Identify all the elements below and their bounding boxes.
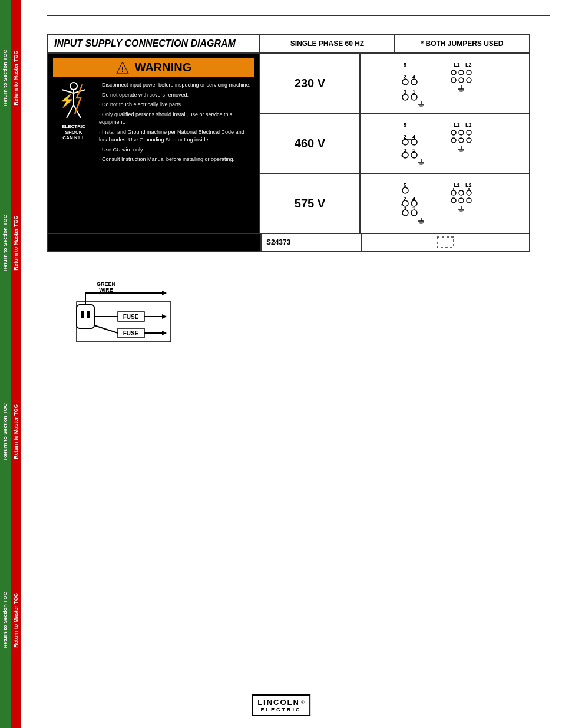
diagram-title: INPUT SUPPLY CONNECTION DIAGRAM bbox=[48, 35, 260, 52]
warning-item-2: · Do not operate with covers removed. bbox=[99, 91, 254, 100]
svg-point-17 bbox=[402, 94, 408, 100]
svg-text:3: 3 bbox=[404, 206, 406, 212]
svg-point-86 bbox=[467, 198, 471, 203]
sidebar-return-section-toc-4[interactable]: Return to Section TOC bbox=[0, 589, 11, 651]
svg-text:*: * bbox=[401, 154, 402, 159]
svg-marker-99 bbox=[162, 314, 167, 319]
svg-point-14 bbox=[411, 79, 417, 85]
warning-text: WARNING bbox=[135, 61, 192, 74]
warning-item-7: · Consult Instruction Manual before inst… bbox=[99, 156, 254, 164]
svg-point-52 bbox=[451, 130, 456, 135]
sidebar: Return to Section TOC Return to Master T… bbox=[0, 0, 35, 728]
svg-point-13 bbox=[402, 79, 408, 85]
sidebar-return-master-toc-4[interactable]: Return to Master TOC bbox=[11, 591, 21, 650]
voltage-575-label: 575 V bbox=[260, 174, 361, 233]
svg-point-30 bbox=[467, 78, 471, 83]
voltage-230-diagram: 5 2 4 3 1 bbox=[361, 54, 529, 113]
svg-text:FUSE: FUSE bbox=[123, 314, 139, 320]
svg-line-111 bbox=[94, 325, 118, 333]
voltage-575-diagram: 5 2 4 * 3 1 bbox=[361, 174, 529, 233]
voltage-230-label: 230 V bbox=[260, 54, 361, 113]
svg-point-81 bbox=[451, 190, 456, 195]
warning-item-4: · Only qualified persons should install,… bbox=[99, 111, 254, 127]
sidebar-return-master-toc-2[interactable]: Return to Master TOC bbox=[11, 213, 21, 273]
svg-point-3 bbox=[70, 83, 77, 90]
sidebar-return-section-toc-1[interactable]: Return to Section TOC bbox=[0, 47, 11, 108]
svg-text:GREEN: GREEN bbox=[97, 281, 115, 287]
sidebar-return-master-toc-1[interactable]: Return to Master TOC bbox=[11, 48, 21, 108]
electric-shock-figure-icon: ⚡ bbox=[56, 81, 91, 123]
svg-point-38 bbox=[402, 139, 408, 145]
svg-text:5: 5 bbox=[404, 62, 406, 68]
warning-banner: ! WARNING bbox=[53, 58, 254, 77]
svg-point-82 bbox=[459, 190, 464, 195]
svg-text:5: 5 bbox=[404, 122, 406, 128]
svg-text:FUSE: FUSE bbox=[123, 330, 139, 337]
top-rule bbox=[47, 15, 550, 16]
svg-point-53 bbox=[459, 130, 464, 135]
svg-rect-93 bbox=[81, 311, 84, 318]
svg-point-27 bbox=[467, 70, 471, 75]
svg-text:L2: L2 bbox=[465, 122, 472, 128]
warning-item-6: · Use CU wire only. bbox=[99, 146, 254, 154]
voltage-panels: 230 V 5 2 4 3 1 bbox=[260, 54, 529, 233]
voltage-row-460: 460 V 5 2 4 bbox=[260, 114, 529, 174]
svg-text:WIRE: WIRE bbox=[99, 287, 113, 293]
wiring-diagram-icon: FUSE FUSE GREEN WIRE bbox=[71, 275, 247, 352]
brand-sub: ELECTRIC bbox=[257, 707, 305, 713]
svg-point-39 bbox=[411, 139, 417, 145]
voltage-230-connector-icon: 5 2 4 3 1 bbox=[401, 60, 489, 107]
warning-item-3: · Do not touch electrically live parts. bbox=[99, 101, 254, 109]
part-number-value: S24373 bbox=[260, 234, 361, 251]
sidebar-return-section-toc-3[interactable]: Return to Section TOC bbox=[0, 401, 11, 462]
svg-text:1: 1 bbox=[412, 206, 415, 212]
svg-marker-103 bbox=[162, 331, 167, 335]
voltage-460-diagram: 5 2 4 3 1 * bbox=[361, 114, 529, 173]
col1-header: SINGLE PHASE 60 HZ bbox=[260, 35, 395, 52]
sidebar-return-section-toc-2[interactable]: Return to Section TOC bbox=[0, 212, 11, 274]
isc-header-row: INPUT SUPPLY CONNECTION DIAGRAM SINGLE P… bbox=[48, 35, 529, 54]
svg-point-25 bbox=[451, 70, 456, 75]
svg-text:*: * bbox=[401, 203, 402, 208]
svg-text:L2: L2 bbox=[465, 182, 472, 188]
svg-point-55 bbox=[451, 138, 456, 143]
warning-item-5: · Install and Ground machine per Nationa… bbox=[99, 129, 254, 144]
svg-point-63 bbox=[402, 187, 408, 193]
svg-point-18 bbox=[411, 94, 417, 100]
wiring-section: FUSE FUSE GREEN WIRE bbox=[47, 275, 550, 354]
warning-icon-area: ⚡ ELECTRICSHOCKCAN KILL bbox=[53, 81, 94, 166]
svg-rect-94 bbox=[87, 311, 90, 318]
svg-text:!: ! bbox=[121, 65, 123, 74]
warning-panel: ! WARNING bbox=[48, 54, 260, 233]
svg-point-54 bbox=[467, 130, 471, 135]
part-number-bracket-area bbox=[361, 234, 529, 251]
svg-rect-91 bbox=[437, 237, 454, 248]
warning-text-list: · Disconnect input power before inspecti… bbox=[99, 81, 254, 166]
voltage-575-connector-icon: 5 2 4 * 3 1 bbox=[401, 180, 489, 227]
warning-content: ⚡ ELECTRICSHOCKCAN KILL · Disconnect inp… bbox=[53, 81, 254, 166]
voltage-460-label: 460 V bbox=[260, 114, 361, 173]
warning-item-1: · Disconnect input power before inspecti… bbox=[99, 81, 254, 90]
svg-point-29 bbox=[459, 78, 464, 83]
svg-point-85 bbox=[459, 198, 464, 203]
page-footer: LINCOLN ® ELECTRIC bbox=[252, 694, 310, 716]
col2-header: * BOTH JUMPERS USED bbox=[395, 35, 529, 52]
electric-shock-label: ELECTRICSHOCKCAN KILL bbox=[62, 124, 85, 141]
svg-point-56 bbox=[459, 138, 464, 143]
svg-point-84 bbox=[451, 198, 456, 203]
voltage-460-connector-icon: 5 2 4 3 1 * bbox=[401, 120, 489, 167]
voltage-row-230: 230 V 5 2 4 3 1 bbox=[260, 54, 529, 114]
sidebar-return-master-toc-3[interactable]: Return to Master TOC bbox=[11, 402, 21, 462]
part-number-row: S24373 bbox=[48, 233, 529, 251]
svg-point-28 bbox=[451, 78, 456, 83]
svg-text:L1: L1 bbox=[454, 122, 460, 128]
svg-point-26 bbox=[459, 70, 464, 75]
brand-name: LINCOLN bbox=[257, 698, 300, 707]
svg-text:L1: L1 bbox=[454, 182, 460, 188]
voltage-row-575: 575 V 5 2 4 * bbox=[260, 174, 529, 233]
svg-rect-92 bbox=[77, 305, 94, 328]
svg-text:⚡: ⚡ bbox=[59, 93, 75, 108]
input-supply-box: INPUT SUPPLY CONNECTION DIAGRAM SINGLE P… bbox=[47, 34, 530, 252]
svg-text:L2: L2 bbox=[465, 62, 472, 68]
main-content: INPUT SUPPLY CONNECTION DIAGRAM SINGLE P… bbox=[35, 0, 562, 728]
